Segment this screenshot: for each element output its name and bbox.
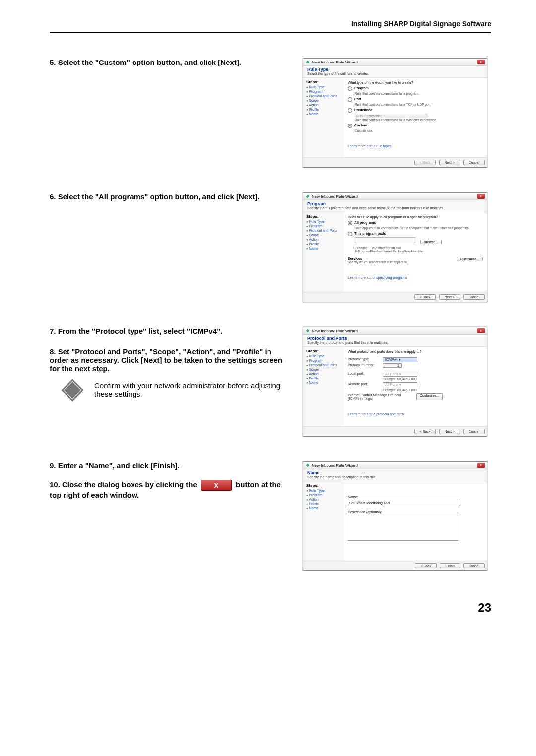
- wizard-question: What protocol and ports does this rule a…: [348, 350, 483, 353]
- steps-header: Steps:: [306, 483, 341, 488]
- radio-predefined[interactable]: [348, 108, 352, 113]
- radio-custom[interactable]: [348, 124, 352, 128]
- steps-item[interactable]: Rule Type: [306, 85, 341, 89]
- remote-port-select[interactable]: All Ports: [383, 382, 417, 387]
- step-10-text: 10. Close the dialog boxes by clicking t…: [50, 480, 288, 499]
- step-10-text-a: 10. Close the dialog boxes by clicking t…: [50, 480, 197, 489]
- services-label: Services: [348, 257, 362, 260]
- predefined-select[interactable]: BITS Peercaching: [355, 114, 427, 118]
- desc-label: Description (optional):: [348, 510, 483, 514]
- learn-link[interactable]: Learn more about protocol and ports: [348, 412, 483, 416]
- wizard-name: New Inbound Rule Wizard x Name Specify t…: [303, 461, 487, 571]
- wizard-head-sub: Specify the full program path and execut…: [307, 206, 483, 210]
- close-icon[interactable]: x: [477, 194, 485, 199]
- opt-predefined: Predefined:: [354, 108, 374, 112]
- wizard-title: New Inbound Rule Wizard: [312, 329, 358, 333]
- steps-item[interactable]: Rule Type: [306, 489, 341, 492]
- opt-port: Port: [354, 97, 361, 101]
- proto-num-label: Protocol number:: [348, 363, 383, 368]
- back-button[interactable]: < Back: [414, 294, 436, 300]
- steps-item[interactable]: Action: [306, 498, 341, 501]
- wizard-protocol-ports: New Inbound Rule Wizard x Protocol and P…: [303, 327, 487, 437]
- local-port-label: Local port:: [348, 372, 383, 377]
- steps-item[interactable]: Program: [306, 359, 341, 362]
- steps-item[interactable]: Profile: [306, 377, 341, 380]
- desc-input[interactable]: [348, 515, 458, 541]
- radio-program[interactable]: [348, 86, 352, 91]
- steps-item[interactable]: Name: [306, 247, 341, 250]
- cancel-button[interactable]: Cancel: [463, 563, 485, 568]
- shield-icon: [305, 463, 310, 468]
- back-button[interactable]: < Back: [415, 563, 437, 568]
- steps-item[interactable]: Profile: [306, 108, 341, 111]
- steps-item[interactable]: Profile: [306, 242, 341, 246]
- wizard-program: New Inbound Rule Wizard x Program Specif…: [303, 192, 487, 302]
- icmp-label: Internet Control Message Protocol (ICMP)…: [348, 393, 412, 400]
- wizard-title: New Inbound Rule Wizard: [312, 60, 358, 64]
- browse-button[interactable]: Browse...: [420, 240, 442, 244]
- page-header: Installing SHARP Digital Signage Softwar…: [50, 20, 491, 33]
- steps-item[interactable]: Name: [306, 112, 341, 116]
- shield-icon: [305, 328, 310, 333]
- radio-this-path[interactable]: [348, 232, 352, 236]
- steps-item[interactable]: Program: [306, 493, 341, 497]
- proto-type-select[interactable]: ICMPv4: [383, 357, 417, 362]
- steps-item[interactable]: Scope: [306, 233, 341, 237]
- steps-item[interactable]: Profile: [306, 502, 341, 505]
- name-input[interactable]: For Status Monitoring Tool: [348, 500, 460, 506]
- back-button[interactable]: < Back: [414, 429, 436, 434]
- close-icon[interactable]: x: [477, 463, 485, 468]
- radio-port[interactable]: [348, 97, 352, 102]
- step-6-text: 6. Select the "All programs" option butt…: [50, 192, 303, 201]
- steps-item[interactable]: Rule Type: [306, 220, 341, 223]
- close-icon: X: [201, 480, 232, 491]
- page-number: 23: [50, 601, 491, 615]
- local-port-select[interactable]: All Ports: [383, 372, 417, 377]
- customize-button[interactable]: Customize...: [457, 257, 483, 261]
- wizard-head-title: Program: [307, 201, 483, 206]
- learn-link[interactable]: Learn more about specifying programs: [348, 276, 483, 279]
- program-path-input[interactable]: [355, 237, 415, 243]
- opt-all-programs: All programs: [354, 221, 376, 224]
- steps-item[interactable]: Protocol and Ports: [306, 94, 341, 98]
- finish-button[interactable]: Finish: [440, 563, 460, 568]
- steps-item[interactable]: Action: [306, 103, 341, 107]
- steps-item[interactable]: Action: [306, 372, 341, 376]
- steps-item[interactable]: Program: [306, 224, 341, 228]
- steps-item[interactable]: Rule Type: [306, 354, 341, 358]
- steps-item[interactable]: Scope: [306, 368, 341, 371]
- close-icon[interactable]: x: [477, 328, 485, 333]
- steps-item[interactable]: Program: [306, 90, 341, 93]
- learn-link[interactable]: Learn more about rule types: [348, 144, 483, 148]
- steps-item[interactable]: Scope: [306, 99, 341, 102]
- customize-button[interactable]: Customize...: [416, 393, 443, 400]
- steps-header: Steps:: [306, 214, 341, 219]
- shield-icon: [305, 60, 310, 64]
- opt-this-path: This program path:: [354, 232, 386, 235]
- cancel-button[interactable]: Cancel: [463, 294, 485, 300]
- cancel-button[interactable]: Cancel: [463, 429, 485, 434]
- steps-item[interactable]: Name: [306, 381, 341, 384]
- proto-type-label: Protocol type:: [348, 357, 383, 362]
- steps-item[interactable]: Protocol and Ports: [306, 229, 341, 232]
- next-button[interactable]: Next >: [439, 160, 460, 165]
- wizard-rule-type: New Inbound Rule Wizard x Rule Type Sele…: [303, 58, 487, 168]
- steps-item[interactable]: Name: [306, 506, 341, 510]
- opt-program: Program: [354, 86, 369, 90]
- next-button[interactable]: Next >: [439, 294, 460, 300]
- cancel-button[interactable]: Cancel: [463, 160, 485, 165]
- close-icon[interactable]: x: [477, 60, 485, 64]
- wizard-head-sub: Specify the protocol and ports that this…: [307, 341, 483, 344]
- next-button[interactable]: Next >: [439, 429, 460, 434]
- step-5-text: 5. Select the "Custom" option button, an…: [50, 58, 288, 66]
- wizard-question: Does this rule apply to all programs or …: [348, 215, 483, 219]
- step-9-text: 9. Enter a "Name", and click [Finish].: [50, 461, 288, 470]
- steps-item[interactable]: Action: [306, 238, 341, 241]
- wizard-title: New Inbound Rule Wizard: [312, 194, 358, 199]
- steps-item[interactable]: Protocol and Ports: [306, 363, 341, 367]
- radio-all-programs[interactable]: [348, 221, 352, 225]
- note-icon: [61, 379, 83, 401]
- proto-num-value: 1: [383, 363, 402, 368]
- shield-icon: [305, 194, 310, 199]
- wizard-question: What type of rule would you like to crea…: [348, 81, 483, 84]
